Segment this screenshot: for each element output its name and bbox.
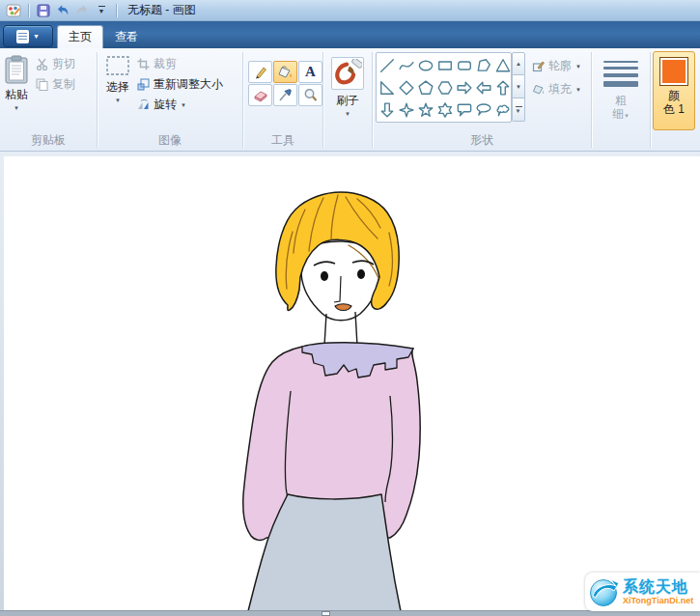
color1-button[interactable]: 颜 色 1 bbox=[653, 51, 695, 130]
drawing-woman bbox=[4, 156, 700, 610]
shape-pentagon[interactable] bbox=[418, 80, 434, 96]
shape-outline-button[interactable]: 轮廓 ▼ bbox=[529, 56, 584, 76]
chevron-down-icon: ▼ bbox=[345, 111, 350, 117]
eyedropper-icon bbox=[278, 88, 293, 102]
shape-fill-button[interactable]: 填充 ▼ bbox=[529, 79, 584, 99]
undo-icon bbox=[56, 4, 70, 16]
save-button[interactable] bbox=[34, 2, 53, 19]
left-eye bbox=[321, 271, 328, 281]
copy-button[interactable]: 复制 bbox=[33, 74, 78, 95]
paste-button[interactable]: 粘贴 ▼ bbox=[0, 52, 33, 114]
right-eye bbox=[357, 269, 365, 279]
chevron-down-icon: ▼ bbox=[115, 98, 121, 103]
paint-logo-icon bbox=[6, 3, 21, 18]
redo-button[interactable] bbox=[72, 2, 92, 19]
title-bar: ▼ 无标题 - 画图 bbox=[0, 0, 700, 21]
shapes-scrollbar: ▲ ▼ ▼ bbox=[512, 52, 525, 123]
eraser-tool-button[interactable] bbox=[248, 84, 272, 106]
crop-button[interactable]: 裁剪 bbox=[134, 54, 226, 74]
shape-curve[interactable] bbox=[399, 58, 414, 73]
text-tool-button[interactable]: A bbox=[298, 61, 322, 83]
customize-qat-button[interactable]: ▼ bbox=[92, 2, 111, 19]
paste-label: 粘贴 bbox=[5, 87, 28, 103]
shapes-overflow-button[interactable]: ▼ bbox=[512, 98, 525, 122]
shapes-scroll-up-button[interactable]: ▲ bbox=[512, 52, 525, 75]
select-button[interactable]: 选择 ▼ bbox=[101, 52, 134, 115]
shape-rounded-rectangle[interactable] bbox=[457, 58, 472, 73]
chevron-down-icon: ▼ bbox=[575, 87, 581, 93]
fill-tool-button[interactable] bbox=[273, 61, 297, 83]
outline-label: 轮廓 bbox=[548, 58, 572, 74]
outline-icon bbox=[532, 60, 545, 72]
shape-rounded-callout[interactable] bbox=[457, 102, 472, 118]
shape-oval-callout[interactable] bbox=[476, 102, 491, 118]
color-picker-tool-button[interactable] bbox=[273, 84, 297, 106]
clipboard-group-label: 剪贴板 bbox=[0, 132, 97, 149]
shape-down-arrow[interactable] bbox=[379, 102, 395, 118]
watermark-globe-icon bbox=[588, 575, 621, 608]
chevron-down-icon: ▼ bbox=[33, 33, 40, 40]
chevron-down-icon: ▼ bbox=[624, 113, 630, 119]
save-icon bbox=[37, 4, 50, 17]
resize-icon bbox=[137, 78, 150, 91]
clipboard-icon bbox=[4, 55, 29, 84]
ribbon: 粘贴 ▼ 剪切 复制 bbox=[0, 48, 700, 152]
tab-home[interactable]: 主页 bbox=[57, 25, 103, 48]
resize-button[interactable]: 重新调整大小 bbox=[134, 74, 226, 95]
shape-six-point-star[interactable] bbox=[437, 102, 453, 118]
group-size: 粗 细▼ bbox=[592, 48, 650, 151]
color1-label-line2: 色 1 bbox=[663, 102, 685, 116]
chevron-down-icon: ▼ bbox=[14, 105, 19, 111]
undo-button[interactable] bbox=[53, 2, 72, 19]
pencil-tool-button[interactable] bbox=[248, 61, 272, 83]
ribbon-tab-row: ▼ 主页 查看 bbox=[0, 21, 700, 48]
color1-label-line1: 颜 bbox=[668, 89, 680, 102]
shape-right-arrow[interactable] bbox=[457, 80, 472, 96]
chevron-down-icon: ▼ bbox=[98, 6, 105, 14]
color1-swatch bbox=[659, 57, 688, 86]
paint-menu-button[interactable]: ▼ bbox=[3, 25, 53, 47]
shape-diamond[interactable] bbox=[399, 80, 414, 96]
shape-hexagon[interactable] bbox=[437, 80, 453, 96]
group-brushes: 刷子 ▼ bbox=[323, 48, 372, 151]
brushes-button[interactable]: 刷子 ▼ bbox=[327, 54, 368, 120]
watermark-title: 系统天地 bbox=[623, 578, 693, 596]
divider bbox=[28, 4, 29, 17]
fill-bucket-icon bbox=[277, 65, 294, 80]
copy-label: 复制 bbox=[52, 76, 75, 93]
shape-triangle[interactable] bbox=[495, 58, 511, 73]
shape-line[interactable] bbox=[379, 58, 395, 73]
line-weight-icon bbox=[603, 61, 638, 87]
shape-left-arrow[interactable] bbox=[476, 80, 491, 96]
size-button[interactable]: 粗 细▼ bbox=[596, 48, 646, 124]
shape-four-point-star[interactable] bbox=[399, 102, 414, 118]
fill-icon bbox=[532, 83, 545, 96]
canvas-resize-handle[interactable] bbox=[322, 611, 330, 616]
crop-icon bbox=[137, 58, 150, 70]
window-title: 无标题 - 画图 bbox=[127, 2, 196, 18]
tab-view[interactable]: 查看 bbox=[103, 25, 150, 48]
drawing-canvas[interactable] bbox=[4, 156, 700, 610]
tools-group-label: 工具 bbox=[243, 132, 322, 149]
shape-right-triangle[interactable] bbox=[379, 80, 395, 96]
shape-five-point-star[interactable] bbox=[418, 102, 434, 118]
pencil-icon bbox=[253, 65, 268, 80]
brushes-label: 刷子 bbox=[336, 93, 359, 109]
shapes-scroll-down-button[interactable]: ▼ bbox=[512, 75, 525, 98]
cut-label: 剪切 bbox=[52, 56, 75, 72]
app-icon[interactable] bbox=[4, 2, 23, 19]
group-image: 选择 ▼ 裁剪 重新调整大小 bbox=[98, 48, 242, 151]
chevron-down-icon: ▼ bbox=[181, 102, 186, 108]
shape-ellipse[interactable] bbox=[418, 58, 434, 73]
cut-button[interactable]: 剪切 bbox=[33, 54, 78, 74]
shape-up-arrow[interactable] bbox=[495, 80, 511, 96]
divider bbox=[116, 4, 117, 17]
shape-cloud-callout[interactable] bbox=[495, 102, 511, 118]
group-clipboard: 粘贴 ▼ 剪切 复制 bbox=[0, 48, 97, 151]
redo-icon bbox=[75, 4, 89, 16]
rotate-button[interactable]: 旋转 ▼ bbox=[134, 95, 226, 115]
group-tools: A 工具 bbox=[243, 48, 322, 151]
shape-rectangle[interactable] bbox=[437, 58, 453, 73]
magnifier-tool-button[interactable] bbox=[298, 84, 322, 106]
shape-polygon[interactable] bbox=[476, 58, 491, 73]
